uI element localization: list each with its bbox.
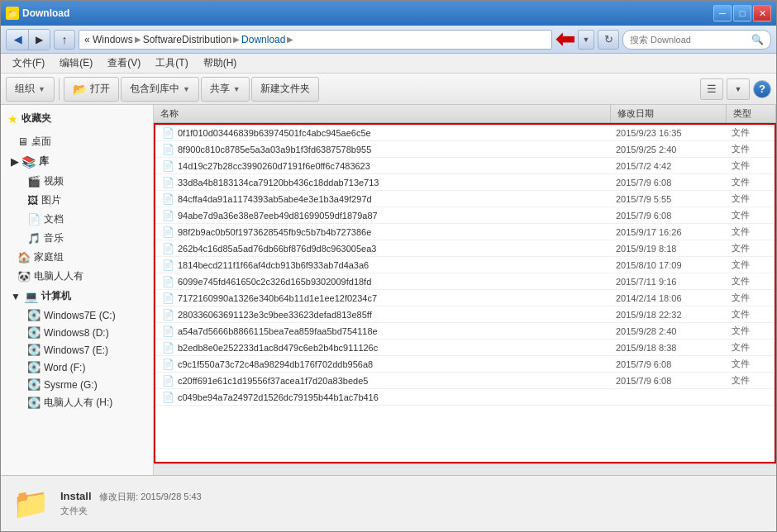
win7-label: Windows7 (E:) (44, 344, 108, 356)
share-button[interactable]: 共享 ▼ (201, 77, 250, 102)
table-row[interactable]: 📄0f1f010d03446839b63974501fc4abc945ae6c5… (155, 125, 775, 141)
table-row[interactable]: 📄98f2b9ac0b50f1973628545fb9c5b7b4b727386… (155, 224, 775, 240)
maximize-button[interactable]: □ (733, 5, 751, 21)
table-row[interactable]: 📄c20ff691e61c1d19556f37acea1f7d20a83bede… (155, 373, 775, 389)
new-folder-label: 新建文件夹 (260, 82, 310, 96)
file-date-cell: 2015/9/17 16:26 (609, 227, 725, 237)
file-icon: 📄 (162, 309, 174, 321)
file-date-cell: 2015/7/9 6:08 (609, 376, 725, 386)
file-name-text: 8f900c810c8785e5a3a03a9b1f3fd6387578b955 (178, 145, 371, 154)
forward-button[interactable]: ▶ (28, 30, 50, 50)
col-name-header[interactable]: 名称 (154, 105, 611, 122)
open-button[interactable]: 📂 打开 (64, 77, 119, 102)
win7e-icon: 💽 (27, 309, 41, 321)
menu-file[interactable]: 文件(F) (6, 55, 51, 72)
include-library-button[interactable]: 包含到库中 ▼ (121, 77, 199, 102)
sidebar-item-win8[interactable]: 💽 Windows8 (D:) (1, 324, 153, 341)
file-icon: 📄 (162, 259, 174, 271)
sidebar-item-people[interactable]: 💽 电脑人人有 (H:) (1, 393, 153, 412)
sidebar: ★ 收藏夹 🖥 桌面 ▶ 📚 库 🎬 视频 🖼 图片 (1, 105, 154, 475)
file-name-text: 84cffa4da91a1174393ab5abe4e3e1b3a49f297d (178, 194, 372, 204)
table-row[interactable]: 📄c9c1f550a73c72c48a98294db176f702ddb956a… (155, 356, 775, 373)
refresh-button[interactable]: ↻ (598, 30, 619, 50)
sidebar-item-win7e[interactable]: 💽 Windows7E (C:) (1, 306, 153, 324)
view-toggle-button[interactable]: ☰ (700, 78, 723, 100)
sidebar-item-homegroup[interactable]: 🏠 家庭组 (1, 248, 153, 267)
file-name-cell: 📄6099e745fd461650c2c326d165b9302009fd18f… (155, 276, 609, 287)
help-button[interactable]: ? (753, 80, 771, 98)
file-type-cell: 文件 (725, 275, 775, 287)
toolbar-sep-1 (59, 78, 60, 100)
sidebar-item-music[interactable]: 🎵 音乐 (1, 229, 153, 248)
computer-triangle: ▼ (11, 291, 21, 302)
table-row[interactable]: 📄84cffa4da91a1174393ab5abe4e3e1b3a49f297… (155, 191, 775, 207)
search-icon[interactable]: 🔍 (751, 34, 764, 45)
sidebar-item-videos[interactable]: 🎬 视频 (1, 172, 153, 191)
path-segment-windows: « Windows (84, 34, 133, 45)
sidebar-item-computer-people[interactable]: 🐼 电脑人人有 (1, 267, 153, 286)
col-type-header[interactable]: 类型 (727, 105, 776, 122)
documents-label: 文档 (44, 212, 64, 226)
pictures-icon: 🖼 (27, 194, 38, 207)
menu-view[interactable]: 查看(V) (101, 55, 147, 72)
address-dropdown[interactable]: ▼ (578, 30, 594, 50)
table-row[interactable]: 📄1814becd211f1f66af4dcb913b6f933ab7d4a3a… (155, 257, 775, 273)
sidebar-item-documents[interactable]: 📄 文档 (1, 210, 153, 229)
file-date-cell: 2014/2/14 18:06 (609, 293, 725, 303)
panda-icon: 🐼 (17, 270, 31, 283)
sidebar-item-desktop[interactable]: 🖥 桌面 (1, 132, 153, 151)
sidebar-favorites-header[interactable]: ★ 收藏夹 (1, 108, 153, 129)
table-row[interactable]: 📄7172160990a1326e340b64b11d1e1ee12f0234c… (155, 290, 775, 306)
people-label: 电脑人人有 (H:) (44, 396, 112, 410)
file-type-cell: 文件 (725, 159, 775, 172)
file-name-cell: 📄c9c1f550a73c72c48a98294db176f702ddb956a… (155, 359, 609, 370)
window-title: Download (22, 7, 69, 19)
file-list-scroll[interactable]: 📄0f1f010d03446839b63974501fc4abc945ae6c5… (154, 123, 776, 463)
status-folder-icon: 📁 (11, 484, 50, 524)
table-row[interactable]: 📄14d19c27b28cc3990260d7191f6e0ff6c748362… (155, 158, 775, 174)
menu-tools[interactable]: 工具(T) (149, 55, 194, 72)
col-date-header[interactable]: 修改日期 (611, 105, 727, 122)
file-type-cell: 文件 (725, 292, 775, 304)
minimize-button[interactable]: ─ (713, 5, 732, 21)
table-row[interactable]: 📄262b4c16d85a5ad76db66bf876d9d8c963005ea… (155, 240, 775, 257)
search-box[interactable]: 🔍 (622, 30, 771, 50)
table-row[interactable]: 📄33d8a4b8183134ca79120bb436c18ddab713e71… (155, 174, 775, 191)
table-row[interactable]: 📄94abe7d9a36e38e87eeb49d81699059df1879a8… (155, 207, 775, 224)
table-row[interactable]: 📄a54a7d5666b8866115bea7ea859faa5bd754118… (155, 323, 775, 340)
table-row[interactable]: 📄b2edb8e0e252233d1ac8d479c6eb2b4bc911126… (155, 340, 775, 356)
menu-help[interactable]: 帮助(H) (197, 55, 244, 72)
table-row[interactable]: 📄c049be94a7a24972d1526dc79195b44b1ac7b41… (155, 389, 775, 406)
file-date-cell: 2015/9/25 2:40 (609, 145, 725, 154)
sidebar-library-header[interactable]: ▶ 📚 库 (1, 151, 153, 172)
file-name-text: 280336063691123e3c9bee33623defad813e85ff (178, 310, 372, 320)
h-scrollbar[interactable] (154, 463, 776, 475)
address-path[interactable]: « Windows ▶ SoftwareDistribution ▶ Downl… (79, 30, 552, 50)
file-date-cell: 2015/9/19 8:18 (609, 244, 725, 254)
table-row[interactable]: 📄8f900c810c8785e5a3a03a9b1f3fd6387578b95… (155, 141, 775, 158)
back-button[interactable]: ◀ (7, 30, 28, 50)
sidebar-item-win7[interactable]: 💽 Windows7 (E:) (1, 341, 153, 359)
file-name-text: 6099e745fd461650c2c326d165b9302009fd18fd (178, 277, 371, 287)
menu-edit[interactable]: 编辑(E) (53, 55, 99, 72)
file-name-cell: 📄b2edb8e0e252233d1ac8d479c6eb2b4bc911126… (155, 342, 609, 354)
videos-label: 视频 (44, 174, 64, 188)
win7-icon: 💽 (27, 344, 41, 356)
menu-bar: 文件(F) 编辑(E) 查看(V) 工具(T) 帮助(H) (1, 54, 776, 74)
file-icon: 📄 (162, 276, 174, 287)
table-row[interactable]: 📄6099e745fd461650c2c326d165b9302009fd18f… (155, 273, 775, 290)
sidebar-computer-header[interactable]: ▼ 💻 计算机 (1, 286, 153, 306)
sidebar-item-word[interactable]: 💽 Word (F:) (1, 359, 153, 376)
sidebar-item-sysrme[interactable]: 💽 Sysrme (G:) (1, 376, 153, 393)
search-input[interactable] (630, 35, 748, 45)
close-button[interactable]: ✕ (753, 5, 771, 21)
sidebar-item-pictures[interactable]: 🖼 图片 (1, 191, 153, 210)
nav-buttons: ◀ ▶ (6, 29, 50, 50)
up-button[interactable]: ↑ (54, 30, 75, 50)
status-bar: 📁 Install 修改日期: 2015/9/28 5:43 文件夹 (1, 475, 776, 531)
view-size-button[interactable]: ▼ (727, 78, 750, 100)
main-content: ★ 收藏夹 🖥 桌面 ▶ 📚 库 🎬 视频 🖼 图片 (1, 105, 776, 475)
new-folder-button[interactable]: 新建文件夹 (251, 77, 319, 102)
organize-button[interactable]: 组织 ▼ (6, 77, 55, 102)
table-row[interactable]: 📄280336063691123e3c9bee33623defad813e85f… (155, 306, 775, 323)
